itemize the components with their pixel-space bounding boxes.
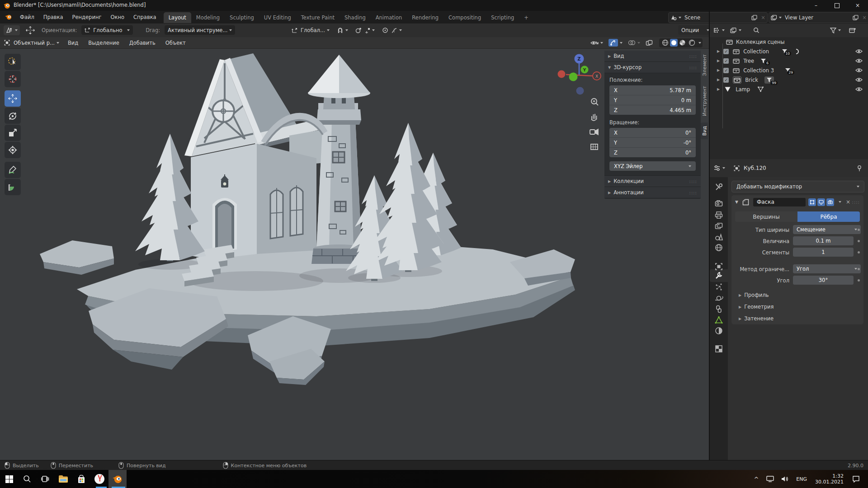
tab-scripting[interactable]: Scripting xyxy=(486,12,519,23)
blender-taskbar-icon[interactable] xyxy=(108,470,127,488)
yandex-browser-icon[interactable] xyxy=(90,470,108,488)
delete-modifier-icon[interactable]: × xyxy=(846,199,850,205)
tab-uv-editing[interactable]: UV Editing xyxy=(259,12,296,23)
tab-object-icon[interactable] xyxy=(714,262,723,271)
realtime-display-toggle[interactable] xyxy=(817,198,825,206)
viewport-menu-view[interactable]: Вид xyxy=(63,40,83,46)
expand-arrow-icon[interactable]: ▶ xyxy=(717,59,720,63)
new-scene-icon[interactable] xyxy=(751,15,757,21)
search-icon[interactable] xyxy=(753,27,760,33)
move-tool[interactable] xyxy=(5,90,21,107)
panel-view[interactable]: ▶Вид:::: xyxy=(604,51,701,62)
transform-orientation-dropdown[interactable]: Глобал... xyxy=(292,27,330,33)
maximize-button[interactable] xyxy=(826,0,847,11)
speaker-icon[interactable] xyxy=(781,476,788,482)
drag-dots-icon[interactable]: :::: xyxy=(689,190,697,195)
view-layer-selector[interactable]: View Layer × xyxy=(769,12,868,23)
render-toggle[interactable] xyxy=(826,198,834,206)
hide-eye-icon[interactable] xyxy=(855,68,863,73)
cursor-x-field[interactable]: X5.787 m xyxy=(609,85,696,95)
menu-edit[interactable]: Правка xyxy=(39,11,68,23)
cursor-z-field[interactable]: Z4.465 m xyxy=(609,105,696,115)
menu-file[interactable]: Файл xyxy=(15,11,39,23)
outliner-editor-type-dropdown[interactable] xyxy=(713,27,725,33)
sidebar-tab-item[interactable]: Элемент xyxy=(701,51,708,80)
tab-shading[interactable]: Shading xyxy=(340,12,371,23)
drag-dots-icon[interactable]: :::: xyxy=(689,179,697,184)
close-button[interactable]: × xyxy=(847,0,868,11)
scene-selector[interactable]: Scene × xyxy=(668,12,768,23)
xray-toggle[interactable] xyxy=(646,40,653,46)
viewport-menu-add[interactable]: Добавить xyxy=(124,40,160,46)
sidebar-tab-tool[interactable]: Инструмент xyxy=(701,82,708,120)
snap-toggle[interactable] xyxy=(337,27,348,34)
transform-tool[interactable] xyxy=(5,142,21,158)
unlink-scene-icon[interactable]: × xyxy=(761,14,765,21)
tab-vertices[interactable]: Вершины xyxy=(735,211,797,222)
tab-scene-icon[interactable] xyxy=(714,232,723,241)
notification-center-icon[interactable] xyxy=(852,475,860,483)
rotation-order-dropdown[interactable]: XYZ Эйлер xyxy=(609,161,696,171)
tab-compositing[interactable]: Compositing xyxy=(443,12,486,23)
shading-material-icon[interactable] xyxy=(679,39,686,46)
overlays-dropdown[interactable] xyxy=(628,40,640,46)
language-indicator[interactable]: ENG xyxy=(792,476,811,482)
blender-menu-icon[interactable] xyxy=(5,14,13,20)
drag-dots-icon[interactable]: :::: xyxy=(689,65,697,70)
new-view-layer-icon[interactable] xyxy=(853,15,859,21)
tab-physics-icon[interactable] xyxy=(714,294,723,303)
clock[interactable]: 1:32 30.01.2021 xyxy=(811,473,848,485)
menu-render[interactable]: Рендеринг xyxy=(68,11,106,23)
outliner-row-brick[interactable]: ▶ ✓ Brick 99 xyxy=(710,75,868,84)
amount-field[interactable]: 0.1 m xyxy=(793,236,854,245)
cursor-tool[interactable] xyxy=(5,71,21,87)
viewport-menu-object[interactable]: Объект xyxy=(160,40,191,46)
menu-help[interactable]: Справка xyxy=(129,11,161,23)
hidden-icons-chevron[interactable]: ^ xyxy=(750,476,763,483)
shading-rendered-icon[interactable] xyxy=(689,39,695,46)
cursor-y-field[interactable]: Y0 m xyxy=(609,95,696,105)
file-explorer-icon[interactable] xyxy=(54,470,72,488)
gizmos-toggle[interactable] xyxy=(609,39,623,47)
hide-eye-icon[interactable] xyxy=(855,77,863,82)
pin-icon[interactable] xyxy=(856,165,863,172)
tab-object-data-icon[interactable] xyxy=(714,315,723,324)
select-tweak-tool[interactable] xyxy=(5,54,21,70)
outliner-row-collection[interactable]: ▶ ✓ Collection 10 xyxy=(710,47,868,56)
task-view-icon[interactable] xyxy=(36,470,54,488)
measure-tool[interactable] xyxy=(5,179,21,195)
angle-field[interactable]: 30° xyxy=(793,276,854,285)
animate-dot[interactable] xyxy=(858,279,860,282)
microsoft-store-icon[interactable] xyxy=(72,470,90,488)
orientation-dropdown[interactable]: Глобально xyxy=(81,25,133,35)
shading-wireframe-icon[interactable] xyxy=(662,39,669,46)
minimize-button[interactable]: – xyxy=(806,0,826,11)
outliner-display-mode-dropdown[interactable] xyxy=(730,28,741,33)
tab-world-icon[interactable] xyxy=(714,243,723,252)
expand-arrow-icon[interactable]: ▶ xyxy=(717,68,720,72)
taskbar-search-icon[interactable] xyxy=(18,470,36,488)
cursor-rx-field[interactable]: X0° xyxy=(609,128,696,138)
section-shading[interactable]: ▶Затенение xyxy=(739,315,774,322)
properties-editor-type-dropdown[interactable] xyxy=(713,165,725,171)
tab-constraints-icon[interactable] xyxy=(714,305,723,314)
add-modifier-button[interactable]: Добавить модификатор xyxy=(731,181,864,192)
annotate-tool[interactable] xyxy=(5,162,21,178)
animate-dot[interactable] xyxy=(858,268,860,270)
network-icon[interactable] xyxy=(766,476,774,482)
proportional-editing-toggle[interactable] xyxy=(382,27,402,33)
tab-modifiers-icon[interactable] xyxy=(714,271,723,280)
tab-output-icon[interactable] xyxy=(714,211,723,220)
section-geometry[interactable]: ▶Геометрия xyxy=(739,304,774,310)
panel-annotations[interactable]: ▶Аннотации:::: xyxy=(604,187,701,198)
panel-collections[interactable]: ▶Коллекции:::: xyxy=(604,175,701,187)
section-profile[interactable]: ▶Профиль xyxy=(739,292,769,298)
segments-field[interactable]: 1 xyxy=(793,248,854,257)
expand-arrow-icon[interactable]: ▶ xyxy=(717,78,720,82)
hide-eye-icon[interactable] xyxy=(855,58,863,63)
edit-mode-toggle[interactable] xyxy=(808,198,816,206)
cursor-ry-field[interactable]: Y-0° xyxy=(609,138,696,148)
pivot-point-dropdown[interactable] xyxy=(355,27,375,33)
start-button[interactable] xyxy=(0,470,18,488)
remove-view-layer-icon[interactable]: × xyxy=(862,14,867,21)
